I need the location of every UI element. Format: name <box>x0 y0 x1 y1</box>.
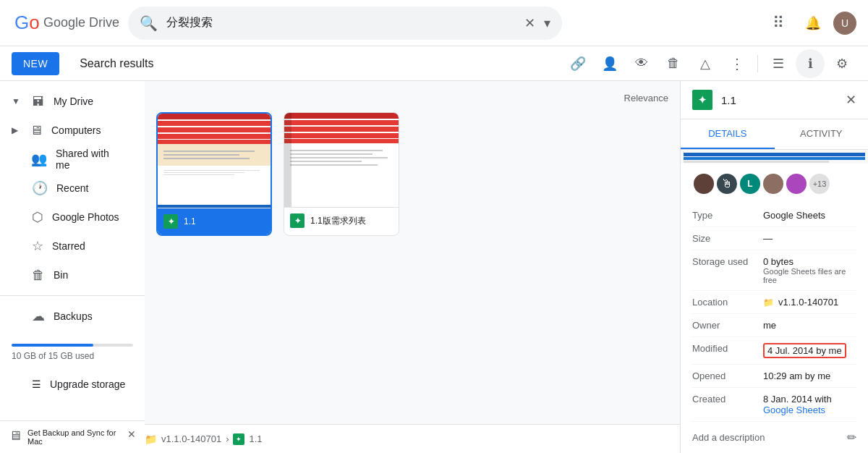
breadcrumb-path-item-1[interactable]: v1.1.0-140701 <box>161 433 221 444</box>
info-row-location: Location 📁 v1.1.0-140701 <box>692 291 856 314</box>
file-preview-1 <box>158 114 271 208</box>
avatar-1 <box>692 172 715 195</box>
avatar[interactable]: U <box>833 12 856 35</box>
panel-info: Type Google Sheets Size — Storage used 0… <box>681 204 868 422</box>
breadcrumb-path-item-2[interactable]: 1.1 <box>249 433 262 444</box>
breadcrumb-sheets-icon: ✦ <box>233 433 244 445</box>
sidebar-item-shared-with-me[interactable]: 👥 Shared with me <box>0 145 133 174</box>
right-panel: ✦ 1.1 ✕ DETAILS ACTIVITY 🖱 L +13 <box>680 81 868 453</box>
search-icon[interactable]: 🔍 <box>140 14 158 32</box>
description-label: Add a description <box>692 432 765 443</box>
more-vert-icon[interactable]: ⋮ <box>723 49 752 78</box>
content-header: Relevance <box>156 93 668 112</box>
tab-activity[interactable]: ACTIVITY <box>775 119 869 149</box>
search-clear-icon[interactable]: ✕ <box>524 15 535 31</box>
avatar-2: 🖱 <box>715 172 739 195</box>
drive-icon[interactable]: △ <box>691 49 720 78</box>
search-bar: 🔍 ✕ ▾ <box>128 7 562 40</box>
location-value: 📁 v1.1.0-140701 <box>763 297 856 308</box>
modified-label: Modified <box>692 343 757 358</box>
tab-details[interactable]: DETAILS <box>681 119 775 149</box>
photos-label: Google Photos <box>52 211 119 223</box>
relevance-button[interactable]: Relevance <box>624 93 668 103</box>
opened-label: Opened <box>692 371 757 381</box>
sidebar-item-recent[interactable]: 🕐 Recent <box>0 174 133 203</box>
storage-label: Storage used <box>692 256 757 284</box>
created-label: Created <box>692 394 757 415</box>
new-button[interactable]: NEW <box>12 52 59 75</box>
files-grid: ✦ 1.1 <box>156 112 668 236</box>
my-drive-icon: 🖬 <box>32 94 45 109</box>
storage-bar-fill <box>12 344 93 347</box>
sub-header: NEW Search results 🔗 👤 👁 🗑 △ ⋮ ☰ ℹ ⚙ <box>0 46 868 81</box>
modified-highlighted: 4 Jul. 2014 by me <box>763 343 846 358</box>
link-icon[interactable]: 🔗 <box>563 49 592 78</box>
sheets-icon-1: ✦ <box>163 214 178 229</box>
sidebar-divider <box>0 295 145 296</box>
file-card-1[interactable]: ✦ 1.1 <box>156 112 272 236</box>
storage-value: 0 bytes Google Sheets files are free <box>763 256 856 284</box>
type-label: Type <box>692 210 757 221</box>
sidebar-item-bin[interactable]: 🗑 Bin <box>0 261 133 289</box>
info-row-type: Type Google Sheets <box>692 204 856 227</box>
info-row-opened: Opened 10:29 am by me <box>692 365 856 388</box>
backups-label: Backups <box>54 310 93 322</box>
shared-label: Shared with me <box>56 148 122 171</box>
content-area: Relevance <box>145 81 680 453</box>
my-drive-label: My Drive <box>54 96 93 107</box>
storage-text: 10 GB of 15 GB used <box>12 351 94 361</box>
header-right: ⠿ 🔔 U <box>764 9 856 38</box>
delete-icon[interactable]: 🗑 <box>659 49 688 78</box>
svg-text:Google: Google <box>14 12 41 33</box>
computers-expand-icon: ▶ <box>12 125 18 135</box>
created-value: 8 Jan. 2014 with Google Sheets <box>763 394 856 415</box>
file-name-1: 1.1 <box>184 216 265 226</box>
logo[interactable]: Google Google Drive <box>12 9 119 38</box>
info-icon[interactable]: ℹ <box>796 49 825 78</box>
preview-icon[interactable]: 👁 <box>627 49 656 78</box>
sub-header-actions: 🔗 👤 👁 🗑 △ ⋮ ☰ ℹ ⚙ <box>563 49 856 78</box>
apps-icon[interactable]: ⠿ <box>764 9 793 38</box>
backup-close-icon[interactable]: ✕ <box>127 428 136 440</box>
edit-description-icon[interactable]: ✏ <box>847 431 856 444</box>
photos-icon: ⬡ <box>32 209 43 225</box>
info-row-storage: Storage used 0 bytes Google Sheets files… <box>692 250 856 291</box>
info-row-owner: Owner me <box>692 314 856 337</box>
sidebar: ▼ 🖬 My Drive ▶ 🖥 Computers 👥 Shared with… <box>0 81 145 453</box>
sheets-icon-2: ✦ <box>290 213 305 228</box>
location-label: Location <box>692 297 757 308</box>
file-footer-1: ✦ 1.1 <box>158 208 271 234</box>
add-person-icon[interactable]: 👤 <box>595 49 624 78</box>
search-input[interactable] <box>166 17 516 30</box>
search-dropdown-icon[interactable]: ▾ <box>544 15 550 31</box>
sidebar-item-google-photos[interactable]: ⬡ Google Photos <box>0 203 133 232</box>
panel-avatars: 🖱 L +13 <box>681 164 868 204</box>
bin-icon: 🗑 <box>32 268 45 283</box>
file-name-2: 1.1版需求列表 <box>310 215 393 227</box>
created-link[interactable]: Google Sheets <box>763 405 825 415</box>
my-drive-expand-icon: ▼ <box>12 96 20 106</box>
sidebar-item-my-drive[interactable]: ▼ 🖬 My Drive <box>0 87 133 116</box>
panel-close-icon[interactable]: ✕ <box>846 92 856 108</box>
computers-label: Computers <box>51 124 101 136</box>
selection-indicator <box>158 205 271 208</box>
sidebar-item-computers[interactable]: ▶ 🖥 Computers <box>0 116 133 145</box>
upgrade-storage-button[interactable]: ☰ Upgrade storage <box>0 370 145 399</box>
sidebar-item-backups[interactable]: ☁ Backups <box>0 302 133 331</box>
logo-drive-text: Google Drive <box>43 15 119 30</box>
sidebar-item-starred[interactable]: ☆ Starred <box>0 232 133 261</box>
breadcrumb: 📁 v1.1.0-140701 › ✦ 1.1 <box>145 424 680 453</box>
storage-bar <box>12 344 133 347</box>
panel-file-icon: ✦ <box>692 90 712 110</box>
storage-note: Google Sheets files are free <box>763 267 856 284</box>
backup-notification: 🖥 Get Backup and Sync for Mac ✕ <box>0 420 145 453</box>
settings-icon[interactable]: ⚙ <box>827 49 856 78</box>
list-view-icon[interactable]: ☰ <box>764 49 793 78</box>
file-card-2[interactable]: ✦ 1.1版需求列表 <box>284 112 399 236</box>
backups-icon: ☁ <box>32 308 45 324</box>
breadcrumb-separator: › <box>226 433 229 444</box>
main: ▼ 🖬 My Drive ▶ 🖥 Computers 👥 Shared with… <box>0 81 868 453</box>
search-results-title: Search results <box>80 57 555 70</box>
breadcrumb-folder-icon: 📁 <box>145 433 157 445</box>
notifications-icon[interactable]: 🔔 <box>799 9 827 38</box>
